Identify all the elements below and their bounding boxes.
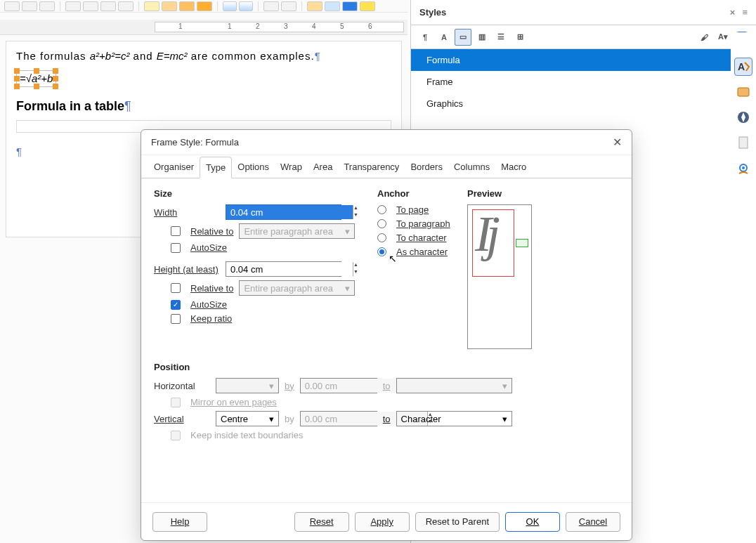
resize-handle[interactable] (34, 68, 39, 74)
resize-handle[interactable] (53, 84, 58, 89)
list-styles-icon[interactable]: ☰ (493, 29, 509, 46)
toolbar-button[interactable] (4, 1, 20, 11)
style-item-formula[interactable]: Formula (411, 49, 756, 71)
spin-down-icon[interactable]: ▼ (353, 212, 358, 219)
formula-object[interactable]: E=mc² (157, 50, 188, 62)
reset-button[interactable]: Reset (294, 512, 349, 532)
fill-format-mode-icon[interactable]: 🖌 (696, 29, 712, 46)
height-label: Height (at least) (154, 264, 220, 275)
arrow-up-icon[interactable] (162, 1, 177, 11)
style-item-graphics[interactable]: Graphics (411, 93, 756, 115)
relative-height-checkbox[interactable] (171, 283, 181, 293)
keep-inside-checkbox (171, 431, 181, 440)
to-label: to (383, 414, 391, 424)
vertical-to-dropdown[interactable]: Character▾ (396, 411, 512, 426)
keep-ratio-label: Keep ratio (190, 313, 232, 324)
resize-handle[interactable] (53, 76, 58, 81)
ok-button[interactable]: OK (505, 512, 560, 532)
toolbar-button[interactable] (100, 1, 116, 11)
tab-organiser[interactable]: Organiser (148, 157, 200, 178)
new-style-icon[interactable]: A▾ (715, 29, 731, 46)
tab-columns[interactable]: Columns (448, 157, 495, 178)
insert-table-icon[interactable] (307, 1, 322, 11)
chevron-down-icon: ▾ (345, 283, 350, 294)
relative-width-checkbox[interactable] (171, 226, 181, 236)
arrow-down-icon[interactable] (197, 1, 212, 11)
menu-icon[interactable]: ≡ (742, 7, 748, 18)
tab-borders[interactable]: Borders (405, 157, 448, 178)
reset-parent-button[interactable]: Reset to Parent (415, 512, 500, 532)
toolbar-button[interactable] (65, 1, 81, 11)
autosize-width-checkbox[interactable] (171, 243, 181, 253)
formula-content: =√a²+b (20, 72, 53, 84)
resize-handle[interactable] (14, 68, 20, 74)
position-header: Position (154, 362, 619, 372)
toolbar-button[interactable] (263, 1, 279, 11)
styles-panel-header: Styles × ≡ (411, 0, 756, 25)
frame-styles-icon[interactable]: ▭ (455, 29, 471, 46)
close-icon[interactable]: ✕ (613, 136, 622, 149)
toolbar-button[interactable] (118, 1, 133, 11)
selected-formula-frame[interactable]: =√a²+b (16, 70, 56, 88)
sidebar-gallery-icon[interactable] (734, 83, 752, 101)
spin-down-icon[interactable]: ▼ (353, 269, 358, 276)
tab-transparency[interactable]: Transparency (338, 157, 405, 178)
resize-handle[interactable] (53, 68, 58, 74)
autosize-height-checkbox[interactable] (171, 300, 181, 310)
toolbar-button[interactable] (22, 1, 37, 11)
paragraph-styles-icon[interactable]: ¶ (417, 29, 434, 46)
resize-handle[interactable] (14, 84, 20, 89)
highlight-icon[interactable] (360, 1, 375, 11)
by-label: by (285, 381, 294, 391)
chevron-down-icon: ▾ (269, 381, 274, 391)
styles-list[interactable]: Formula Frame Graphics (411, 49, 756, 115)
toolbar-button[interactable] (83, 1, 98, 11)
ruler-tick: 2 (256, 22, 260, 30)
chevron-down-icon: ▾ (269, 414, 274, 424)
horizontal-by-input: ▲▼ (300, 378, 377, 393)
height-input[interactable]: ▲▼ (226, 261, 341, 277)
sidebar-styles-icon[interactable]: A (734, 58, 752, 76)
insert-image-icon[interactable] (325, 1, 340, 11)
page-styles-icon[interactable]: ▥ (474, 29, 490, 46)
cancel-button[interactable]: Cancel (566, 512, 620, 532)
tab-wrap[interactable]: Wrap (275, 157, 308, 178)
close-icon[interactable]: × (730, 7, 736, 18)
chevron-down-icon: ▾ (502, 414, 507, 424)
anchor-to-paragraph-radio[interactable] (377, 219, 386, 228)
resize-handle[interactable] (34, 84, 39, 89)
horizontal-ruler[interactable]: 1 1 2 3 4 5 6 (0, 20, 408, 35)
character-styles-icon[interactable]: A (436, 29, 452, 46)
apply-button[interactable]: Apply (355, 512, 410, 532)
table-styles-icon[interactable]: ⊞ (511, 29, 528, 46)
vertical-by-input: ▲▼ (300, 411, 377, 426)
arrow-up-icon[interactable] (144, 1, 159, 11)
ruler-tick: 3 (284, 22, 288, 30)
spin-up-icon[interactable]: ▲ (353, 262, 358, 269)
tab-area[interactable]: Area (308, 157, 338, 178)
anchor-as-character-radio[interactable] (377, 247, 386, 256)
toolbar-button[interactable] (281, 1, 296, 11)
help-button[interactable]: Help (152, 512, 207, 532)
sidebar-inspect-icon[interactable] (734, 159, 752, 177)
anchor-to-character-radio[interactable] (377, 233, 386, 242)
style-item-frame[interactable]: Frame (411, 71, 756, 93)
toolbar-button[interactable] (223, 1, 237, 11)
tab-type[interactable]: Type (200, 157, 232, 178)
formula-object[interactable]: a²+b²=c² (90, 50, 130, 62)
tab-options[interactable]: Options (232, 157, 275, 178)
fill-color-icon[interactable] (342, 1, 358, 11)
toolbar-button[interactable] (39, 1, 55, 11)
tab-macro[interactable]: Macro (495, 157, 532, 178)
resize-handle[interactable] (14, 76, 20, 81)
anchor-to-page-radio[interactable] (377, 205, 386, 214)
sidebar-page-icon[interactable] (734, 133, 752, 152)
vertical-align-dropdown[interactable]: Centre▾ (216, 411, 279, 426)
keep-ratio-checkbox[interactable] (171, 314, 181, 324)
width-input[interactable]: ▲▼ (226, 204, 341, 220)
toolbar-button[interactable] (239, 1, 253, 11)
horizontal-label: Horizontal (154, 381, 210, 391)
arrow-down-icon[interactable] (179, 1, 195, 11)
spin-up-icon[interactable]: ▲ (353, 205, 358, 212)
sidebar-navigator-icon[interactable] (734, 108, 752, 126)
